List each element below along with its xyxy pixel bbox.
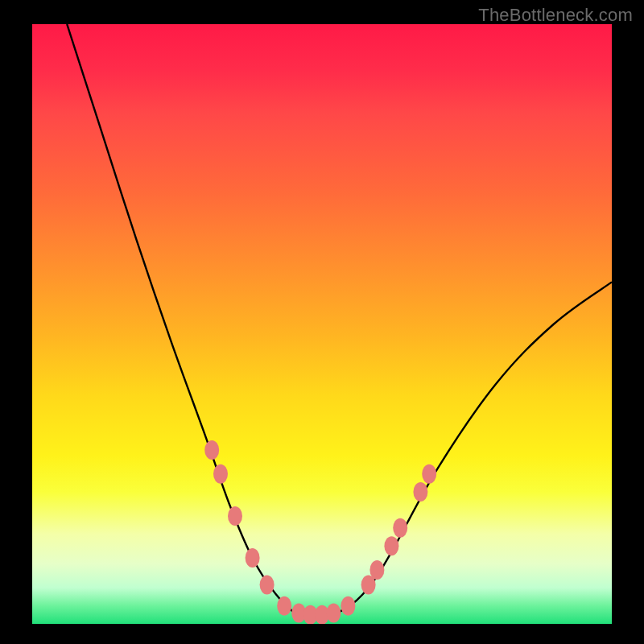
marker-dot [413,482,427,502]
marker-dot [213,464,228,484]
marker-dot [246,548,260,568]
chart-plot-area [32,24,612,624]
marker-dot [228,506,242,526]
watermark-text: TheBottleneck.com [478,5,633,26]
marker-dot [204,440,219,460]
marker-dot [384,536,398,555]
chart-svg [32,24,612,624]
marker-dot [277,597,291,616]
bottleneck-curve [67,24,612,617]
marker-dot [422,464,436,484]
marker-dot [326,604,341,623]
curve-path [67,24,612,617]
chart-markers [204,440,436,624]
marker-dot [393,518,407,538]
marker-dot [341,597,355,616]
marker-dot [369,560,384,580]
marker-dot [260,576,275,595]
